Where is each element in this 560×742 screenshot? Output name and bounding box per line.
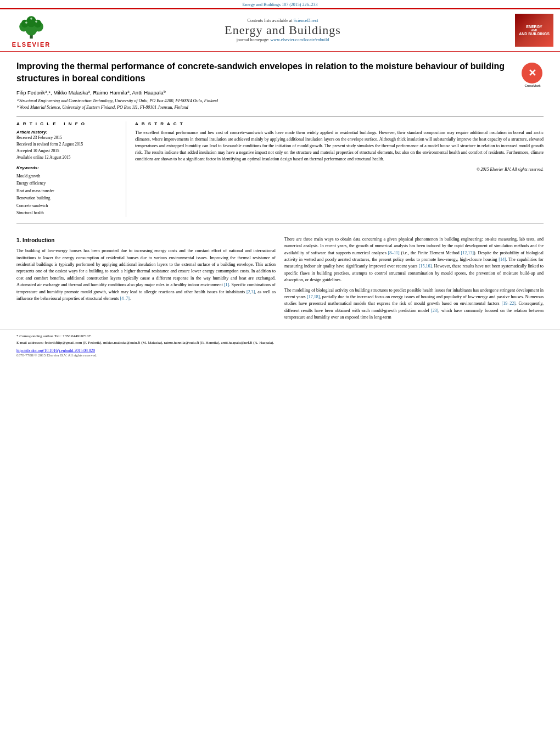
abstract-text: The excellent thermal performance and lo… — [135, 130, 544, 163]
body-right-column: There are three main ways to obtain data… — [284, 236, 544, 325]
received-date: Received 23 February 2015 — [16, 135, 119, 141]
homepage-url[interactable]: www.elsevier.com/locate/enbuild — [271, 37, 329, 42]
sciencedirect-link[interactable]: ScienceDirect — [294, 18, 318, 23]
footer: * Corresponding author. Tel.: +358 04491… — [0, 330, 560, 360]
accepted-date: Accepted 10 August 2015 — [16, 148, 119, 154]
elsevier-logo: ELSEVIER — [7, 13, 56, 48]
homepage-label: journal homepage: — [237, 37, 270, 42]
journal-title: Energy and Buildings — [61, 23, 504, 37]
footnote-corresponding: * Corresponding author. Tel.: +358 04491… — [16, 333, 544, 339]
ref-23[interactable]: [23] — [431, 308, 438, 313]
elsevier-text: ELSEVIER — [12, 41, 51, 48]
keyword-1: Mould growth — [16, 172, 119, 180]
authors-text: Filip Fedorikᵃ,*, Mikko Malaskaᵃ, Raimo … — [16, 90, 166, 96]
affiliation-a: ᵃ Structural Engineering and Constructio… — [16, 98, 544, 104]
contents-label: Contents lists available at — [248, 18, 293, 23]
received-revised: Received in revised form 2 August 2015 — [16, 141, 119, 148]
article-title-section: Improving the thermal performance of con… — [16, 60, 544, 85]
svg-point-5 — [21, 20, 29, 28]
section-divider — [16, 224, 544, 224]
svg-point-6 — [34, 20, 41, 28]
ref-8-11[interactable]: [8–11] — [388, 250, 400, 255]
journal-logo-right: ENERGY AND AND BUILDINGS — [509, 14, 553, 47]
ref-4-7[interactable]: [4–7] — [120, 296, 130, 301]
body-columns: 1. Introduction The building of low-ener… — [0, 236, 560, 325]
ref-15-16[interactable]: [15,16] — [419, 264, 432, 269]
right-para-1: There are three main ways to obtain data… — [284, 236, 544, 284]
journal-header: ELSEVIER Contents lists available at Sci… — [0, 8, 560, 52]
crossmark-logo: ✕ CrossMark — [522, 63, 544, 85]
svg-point-9 — [30, 18, 32, 20]
logo-top-line: ENERGY — [526, 25, 542, 29]
history-label: Article history: — [16, 130, 119, 135]
sciencedirect-line: Contents lists available at ScienceDirec… — [61, 18, 504, 23]
journal-header-center: Contents lists available at ScienceDirec… — [61, 18, 504, 42]
doi-link[interactable]: http://dx.doi.org/10.1016/j.enbuild.2015… — [16, 348, 544, 353]
doi-url[interactable]: http://dx.doi.org/10.1016/j.enbuild.2015… — [16, 348, 95, 353]
crossmark-icon: ✕ — [522, 63, 542, 83]
logo-bottom-line: AND BUILDINGS — [519, 32, 550, 36]
top-citation-bar: Energy and Buildings 107 (2015) 226–233 — [0, 0, 560, 8]
keywords-label: Keywords: — [16, 165, 119, 170]
keyword-5: Concrete sandwich — [16, 202, 119, 210]
svg-point-8 — [35, 21, 37, 23]
svg-point-7 — [25, 21, 27, 24]
ref-12-13[interactable]: [12,13] — [461, 250, 474, 255]
introduction-title: 1. Introduction — [16, 236, 276, 245]
body-left-column: 1. Introduction The building of low-ener… — [16, 236, 276, 325]
ref-14[interactable]: [14] — [499, 257, 506, 262]
ref-1[interactable]: [1] — [224, 282, 229, 287]
authors-line: Filip Fedorikᵃ,*, Mikko Malaskaᵃ, Raimo … — [16, 90, 544, 96]
abstract-header: A B S T R A C T — [135, 121, 544, 126]
affiliation-b: ᵇ Wood Material Science, University of E… — [16, 104, 544, 111]
keyword-4: Renovation building — [16, 194, 119, 202]
article-content: Improving the thermal performance of con… — [0, 52, 560, 236]
issn-line: 0378-7788/© 2015 Elsevier B.V. All right… — [16, 353, 544, 358]
ref-2-3[interactable]: [2,3] — [247, 289, 255, 294]
keyword-2: Energy efficiency — [16, 180, 119, 187]
article-history: Article history: Received 23 February 20… — [16, 130, 119, 161]
keywords-section: Keywords: Mould growth Energy efficiency… — [16, 165, 119, 217]
journal-homepage-line: journal homepage: www.elsevier.com/locat… — [61, 37, 504, 42]
abstract-column: A B S T R A C T The excellent thermal pe… — [135, 121, 544, 217]
article-title: Improving the thermal performance of con… — [16, 60, 516, 85]
crossmark-label: CrossMark — [522, 84, 544, 87]
ref-17-18[interactable]: [17,18] — [307, 294, 320, 299]
email-addresses: E-mail addresses: fedorikfilip@gmail.com… — [16, 341, 274, 345]
citation-text: Energy and Buildings 107 (2015) 226–233 — [243, 2, 318, 7]
keyword-6: Structural health — [16, 209, 119, 217]
page: Energy and Buildings 107 (2015) 226–233 — [0, 0, 560, 742]
affiliations: ᵃ Structural Engineering and Constructio… — [16, 98, 544, 111]
right-para-2: The modelling of biological activity on … — [284, 287, 544, 321]
article-info-column: A R T I C L E I N F O Article history: R… — [16, 121, 126, 217]
journal-logo-box: ENERGY AND AND BUILDINGS — [515, 14, 553, 47]
ref-19-22[interactable]: [19–22] — [501, 301, 515, 306]
footnote-text: * Corresponding author. Tel.: +358 04491… — [16, 334, 92, 338]
footer-links: http://dx.doi.org/10.1016/j.enbuild.2015… — [16, 348, 544, 358]
article-meta: A R T I C L E I N F O Article history: R… — [16, 116, 544, 217]
available-online: Available online 12 August 2015 — [16, 154, 119, 161]
article-info-header: A R T I C L E I N F O — [16, 121, 119, 126]
keyword-3: Heat and mass transfer — [16, 187, 119, 195]
elsevier-logo-area: ELSEVIER — [7, 13, 56, 48]
intro-para-1: The building of low-energy houses has be… — [16, 248, 276, 302]
copyright: © 2015 Elsevier B.V. All rights reserved… — [135, 167, 544, 172]
footnote-email: E-mail addresses: fedorikfilip@gmail.com… — [16, 340, 544, 346]
elsevier-tree-icon — [12, 13, 51, 40]
